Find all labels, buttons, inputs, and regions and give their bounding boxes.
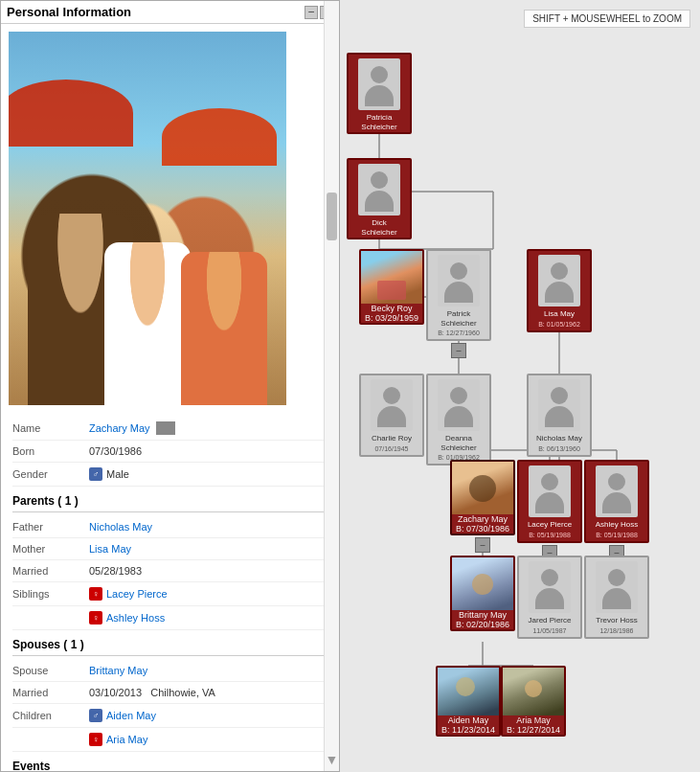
sibling1-row: Siblings ♀ Lacey Pierce <box>12 582 327 606</box>
family-tree-panel[interactable]: SHIFT + MOUSEWHEEL to ZOOM <box>340 0 700 772</box>
photo-aiden <box>438 668 499 715</box>
person-card-nicholas[interactable]: Nicholas May B: 06/13/1960 <box>527 374 592 457</box>
photo-brittany <box>452 557 513 610</box>
body-trevor <box>602 588 631 609</box>
umbrella-left <box>9 79 133 147</box>
name-charlie: Charlie Roy <box>361 433 422 444</box>
dates-aria: B: 12/27/2014 <box>503 725 564 735</box>
person-card-lacey[interactable]: Lacey Pierce B: 05/19/1988 – <box>517 460 582 543</box>
person-card-aiden[interactable]: Aiden May B: 11/23/2014 <box>436 666 501 737</box>
photo-zachary <box>452 462 513 514</box>
silhouette-patrick <box>444 262 473 303</box>
mother-value[interactable]: Lisa May <box>89 543 131 555</box>
name-zachary: Zachary May <box>452 514 513 524</box>
person-card-charlie[interactable]: Charlie Roy 07/16/1945 <box>359 374 424 457</box>
gender-label: Gender <box>12 468 89 480</box>
avatar-lisa <box>538 255 580 307</box>
dates-ashley: B: 05/19/1988 <box>586 531 647 541</box>
avatar-dick <box>358 164 400 216</box>
name-nicholas: Nicholas May <box>529 433 590 444</box>
avatar-deanna <box>438 379 480 431</box>
person-card-ashley[interactable]: Ashley Hoss B: 05/19/1988 – <box>584 460 649 543</box>
name-value[interactable]: Zachary May <box>89 422 150 434</box>
body-ashley <box>602 492 631 513</box>
head-lisa <box>551 262 568 280</box>
sibling2-gender-icon: ♀ <box>89 611 102 624</box>
parents-married-value: 05/28/1983 <box>89 565 142 577</box>
panel-title: Personal Information <box>7 5 131 19</box>
body-patricia <box>365 85 394 106</box>
person-card-jared[interactable]: Jared Pierce 11/05/1987 <box>517 556 582 639</box>
gender-row: Gender ♂ Male <box>12 463 327 487</box>
silhouette-trevor <box>602 569 631 609</box>
spouse-married-value: 03/10/2013 Chilhowie, VA <box>89 687 215 698</box>
person-card-brittany[interactable]: Brittany May B: 02/20/1986 <box>450 556 515 631</box>
silhouette-deanna <box>444 387 473 427</box>
name-jared: Jared Pierce <box>519 615 580 626</box>
sibling1-value[interactable]: Lacey Pierce <box>106 588 168 600</box>
info-section: Name Zachary May Born 07/30/1986 Gender … <box>1 413 339 772</box>
dates-charlie: 07/16/1945 <box>361 444 422 455</box>
avatar-trevor <box>596 561 638 613</box>
born-label: Born <box>12 445 89 457</box>
dates-nicholas: B: 06/13/1960 <box>529 444 590 455</box>
father-row: Father Nicholas May <box>12 516 327 538</box>
parents-married-label: Married <box>12 565 89 577</box>
person-card-dick[interactable]: DickSchleicher <box>347 158 412 239</box>
avatar-jared <box>529 561 571 613</box>
person-card-aria[interactable]: Aria May B: 12/27/2014 <box>501 666 566 737</box>
spouse-value[interactable]: Brittany May <box>89 665 147 676</box>
avatar-patricia <box>358 58 400 110</box>
name-dick: DickSchleicher <box>349 217 410 238</box>
person-card-trevor[interactable]: Trevor Hoss 12/18/1986 <box>584 556 649 639</box>
avatar-ashley <box>596 465 638 517</box>
mother-label: Mother <box>12 543 89 555</box>
face-aria <box>525 680 542 697</box>
dates-brittany: B: 02/20/1986 <box>452 620 513 629</box>
dates-lisa: B: 01/05/1962 <box>529 320 590 330</box>
silhouette-ashley <box>602 473 631 513</box>
spouses-section-header: Spouses ( 1 ) <box>12 630 327 656</box>
spouse-married-label: Married <box>12 687 89 698</box>
person-card-patrick[interactable]: Patrick Schleicher B: 12/27/1960 – <box>426 249 491 341</box>
silhouette-lacey <box>535 473 564 513</box>
head-ashley <box>608 473 625 490</box>
body-jared <box>535 588 564 609</box>
head-lacey <box>541 473 558 490</box>
person-silhouette-2 <box>104 242 191 405</box>
father-value[interactable]: Nicholas May <box>89 521 152 533</box>
person-card-zachary[interactable]: Zachary May B: 07/30/1986 – <box>450 460 515 535</box>
connector-patrick[interactable]: – <box>451 343 466 358</box>
name-label: Name <box>12 422 89 434</box>
name-aiden: Aiden May <box>438 715 499 725</box>
head-charlie <box>383 387 400 404</box>
child2-gender-icon: ♀ <box>89 733 102 746</box>
head-deanna <box>450 387 467 404</box>
spouse-label: Spouse <box>12 665 89 676</box>
person-silhouette-3 <box>181 252 267 405</box>
body-lisa <box>545 282 574 303</box>
left-panel-scrollbar[interactable]: ▼ <box>324 1 339 771</box>
connector-zachary[interactable]: – <box>475 537 490 553</box>
sibling2-value[interactable]: Ashley Hoss <box>106 612 165 624</box>
person-card-deanna[interactable]: Deanna Schleicher B: 01/09/1962 <box>426 374 491 465</box>
child1-value[interactable]: Aiden May <box>106 710 156 721</box>
scrollbar-thumb[interactable] <box>327 193 337 240</box>
child2-value[interactable]: Aria May <box>106 734 147 745</box>
name-patrick: Patrick Schleicher <box>428 308 489 329</box>
face-aiden <box>456 677 475 696</box>
avatar-nicholas <box>538 379 580 431</box>
silhouette-nicholas <box>545 387 574 427</box>
body-patrick <box>444 282 473 303</box>
personal-info-panel: Personal Information ─ ✕ Name Zachary Ma… <box>0 0 340 772</box>
person-card-becky[interactable]: Becky Roy B: 03/29/1959 <box>359 249 424 325</box>
name-lisa: Lisa May <box>529 308 590 320</box>
spouse-row: Spouse Brittany May <box>12 660 327 682</box>
body-lacey <box>535 492 564 513</box>
person-card-patricia[interactable]: PatriciaSchleicher <box>347 53 412 134</box>
head-nicholas <box>551 387 568 404</box>
events-section-header: Events <box>12 752 327 772</box>
minimize-button[interactable]: ─ <box>305 6 318 19</box>
scroll-down-arrow[interactable]: ▼ <box>325 752 339 771</box>
person-card-lisa[interactable]: Lisa May B: 01/05/1962 <box>527 249 592 332</box>
